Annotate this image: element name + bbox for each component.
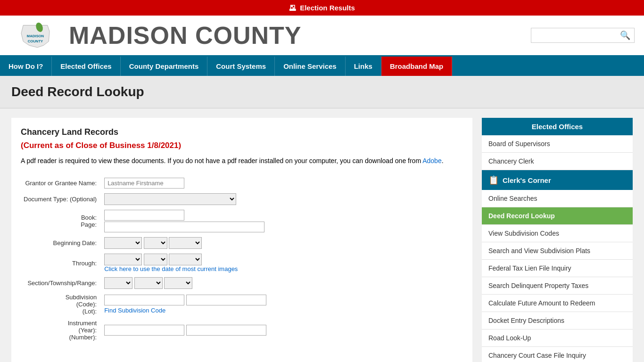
svg-text:MADISON: MADISON <box>27 34 44 38</box>
number-label: (Number): <box>24 334 97 341</box>
top-bar-text: Election Results <box>300 4 355 12</box>
find-subdivision-link[interactable]: Find Subdivision Code <box>104 307 165 314</box>
grantor-row: Grantor or Grantee Name: <box>21 175 463 191</box>
search-button[interactable]: 🔍 <box>620 30 630 41</box>
clerks-corner-title: Clerk's Corner <box>503 176 551 184</box>
doc-type-row: Document Type: (Optional) <box>21 191 463 207</box>
nav-links[interactable]: Links <box>346 57 381 76</box>
range-select[interactable] <box>164 277 192 289</box>
through-row: Through: Click here to use the date of m… <box>21 251 463 275</box>
instrument-year-input[interactable] <box>104 325 184 336</box>
nav-elected-offices[interactable]: Elected Offices <box>52 57 120 76</box>
page-title-bar: Deed Record Lookup <box>0 76 644 108</box>
header-left: MADISON COUNTY MADISON COUNTY <box>9 21 302 49</box>
sidebar-deed-record-lookup[interactable]: Deed Record Lookup <box>482 207 633 225</box>
page-input[interactable] <box>104 222 264 232</box>
sidebar-view-subdivision-codes[interactable]: View Subdivision Codes <box>482 225 633 242</box>
sidebar-chancery-court-case-file[interactable]: Chancery Court Case File Inquiry <box>482 347 633 362</box>
sidebar-docket-entry-descriptions[interactable]: Docket Entry Descriptions <box>482 312 633 329</box>
current-date: (Current as of Close of Business 1/8/202… <box>21 141 463 150</box>
sidebar-road-lookup[interactable]: Road Look-Up <box>482 329 633 347</box>
through-day[interactable] <box>144 254 167 265</box>
county-title: MADISON COUNTY <box>69 21 302 49</box>
main-nav: How Do I? Elected Offices County Departm… <box>0 57 644 76</box>
township-select[interactable] <box>134 277 163 289</box>
section-select[interactable] <box>104 277 132 289</box>
sidebar-online-searches[interactable]: Online Searches <box>482 190 633 207</box>
code-label: (Code): <box>24 301 97 308</box>
county-logo-svg: MADISON COUNTY <box>14 21 57 49</box>
doc-type-select[interactable] <box>104 193 236 205</box>
info-text: A pdf reader is required to view these d… <box>21 156 463 166</box>
nav-broadband-map[interactable]: Broadband Map <box>381 57 452 76</box>
subdivision-code-input[interactable] <box>104 295 184 305</box>
section-title: Chancery Land Records <box>21 127 463 137</box>
sidebar-search-subdivision-plats[interactable]: Search and View Subdivision Plats <box>482 242 633 260</box>
nav-online-services[interactable]: Online Services <box>275 57 346 76</box>
sidebar: Elected Offices Board of Supervisors Cha… <box>482 118 633 362</box>
info-text-2: . <box>442 157 444 165</box>
sidebar-chancery-clerk[interactable]: Chancery Clerk <box>482 153 633 170</box>
year-label: (Year): <box>24 327 97 334</box>
sidebar-board-of-supervisors[interactable]: Board of Supervisors <box>482 135 633 153</box>
sidebar-elected-offices-title: Elected Offices <box>482 118 633 135</box>
page-title: Deed Record Lookup <box>11 84 633 99</box>
search-box[interactable]: 🔍 <box>531 28 635 43</box>
sidebar-search-delinquent-taxes[interactable]: Search Delinquent Property Taxes <box>482 277 633 295</box>
top-bar[interactable]: 🗳 Election Results <box>0 0 644 16</box>
instrument-label: Instrument <box>24 320 97 327</box>
svg-text:COUNTY: COUNTY <box>28 39 43 43</box>
doc-type-label: Document Type: (Optional) <box>21 191 101 207</box>
header: MADISON COUNTY MADISON COUNTY 🔍 <box>0 16 644 57</box>
begin-date-row: Beginning Date: <box>21 235 463 251</box>
lot-label: (Lot): <box>24 308 97 315</box>
adobe-link[interactable]: Adobe <box>422 157 441 165</box>
grantor-label: Grantor or Grantee Name: <box>21 175 101 191</box>
begin-date-year[interactable] <box>169 237 202 249</box>
page-label: Page: <box>24 221 97 228</box>
content-wrapper: Chancery Land Records (Current as of Clo… <box>0 108 644 362</box>
clerk-icon: 📋 <box>488 175 499 185</box>
subdivision-label: Subdivision <box>24 294 97 301</box>
deed-lookup-form: Grantor or Grantee Name: Document Type: … <box>21 175 463 343</box>
click-here-link[interactable]: Click here to use the date of most curre… <box>104 265 238 272</box>
info-text-1: A pdf reader is required to view these d… <box>21 157 422 165</box>
subdivision-row: Subdivision (Code): (Lot): Find Subdivis… <box>21 291 463 317</box>
nav-county-departments[interactable]: County Departments <box>121 57 208 76</box>
main-content: Chancery Land Records (Current as of Clo… <box>11 118 472 362</box>
begin-date-day[interactable] <box>144 237 167 249</box>
book-row: Book: Page: <box>21 207 463 235</box>
instrument-row: Instrument (Year): (Number): <box>21 317 463 343</box>
through-label: Through: <box>21 251 101 275</box>
logo-box: MADISON COUNTY <box>9 21 61 49</box>
through-month[interactable] <box>104 254 142 265</box>
book-label: Book: <box>24 214 97 221</box>
instrument-number-input[interactable] <box>186 325 266 336</box>
search-input[interactable] <box>535 32 620 39</box>
section-row: Section/Township/Range: <box>21 275 463 291</box>
section-label: Section/Township/Range: <box>21 275 101 291</box>
election-icon: 🗳 <box>289 4 296 12</box>
begin-date-label: Beginning Date: <box>21 235 101 251</box>
nav-how-do-i[interactable]: How Do I? <box>0 57 52 76</box>
sidebar-calculate-future-amount[interactable]: Calculate Future Amount to Redeem <box>482 295 633 312</box>
through-year[interactable] <box>169 254 202 265</box>
grantor-input[interactable] <box>104 178 184 189</box>
sidebar-clerks-corner: 📋 Clerk's Corner <box>482 170 633 190</box>
begin-date-month[interactable] <box>104 237 142 249</box>
subdivision-code2-input[interactable] <box>186 295 266 305</box>
book-input[interactable] <box>104 210 184 221</box>
nav-court-systems[interactable]: Court Systems <box>207 57 275 76</box>
sidebar-federal-tax-lien[interactable]: Federal Tax Lien File Inquiry <box>482 260 633 277</box>
